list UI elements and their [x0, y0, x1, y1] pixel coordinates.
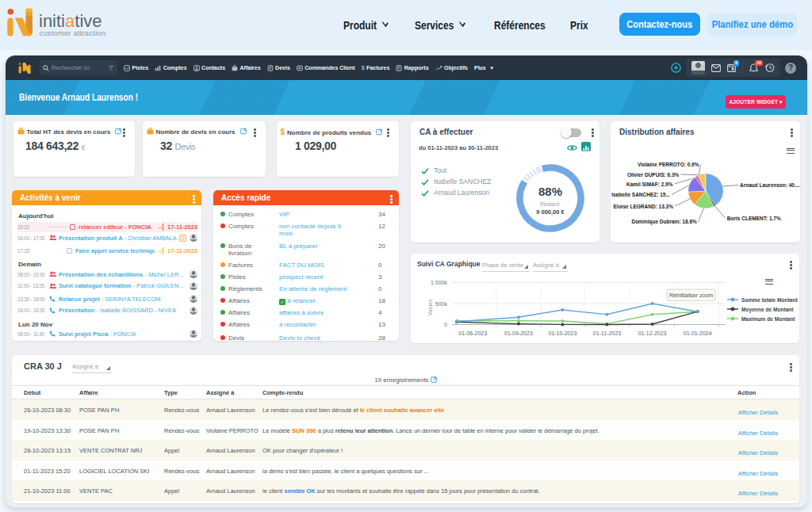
- svg-text:Violaine PERROTO: 0.9%: Violaine PERROTO: 0.9%: [638, 162, 699, 167]
- svg-text:Olivier DUPUIS: 6.3%: Olivier DUPUIS: 6.3%: [627, 172, 680, 178]
- svg-text:Eloise LEGRAND: 13.3%: Eloise LEGRAND: 13.3%: [614, 204, 674, 209]
- svg-text:Dominique Dubrain: 18.6%: Dominique Dubrain: 18.6%: [631, 219, 697, 225]
- svg-text:customer attraction: customer attraction: [40, 29, 106, 37]
- svg-text:Arnaud Laurenson: 40....: Arnaud Laurenson: 40....: [740, 182, 800, 188]
- svg-text:01-06-2023: 01-06-2023: [458, 331, 487, 336]
- svg-text:01-10-2023: 01-10-2023: [548, 331, 576, 336]
- svg-text:88%: 88%: [538, 185, 562, 198]
- svg-text:initiative: initiative: [39, 11, 102, 31]
- svg-text:1 000k: 1 000k: [431, 280, 448, 285]
- svg-text:9 000,00 €: 9 000,00 €: [536, 208, 565, 216]
- svg-text:Réinitialiser zoom: Réinitialiser zoom: [669, 292, 713, 298]
- svg-text:500k: 500k: [435, 301, 448, 307]
- svg-text:01-09-2023: 01-09-2023: [504, 331, 533, 336]
- svg-text:Maximum de Montant: Maximum de Montant: [741, 316, 795, 322]
- svg-text:Restant:: Restant:: [540, 201, 561, 207]
- svg-text:01-12-2023: 01-12-2023: [638, 331, 667, 336]
- svg-text:Moyenne de Montant: Moyenne de Montant: [741, 307, 794, 313]
- svg-text:Isabelle SANCHEZ: 15...: Isabelle SANCHEZ: 15...: [611, 192, 670, 197]
- svg-text:Boris CLEMENT: 1.7%: Boris CLEMENT: 1.7%: [727, 216, 781, 221]
- svg-text:Kamil SIMAF: 2.9%: Kamil SIMAF: 2.9%: [626, 181, 673, 187]
- svg-text:0: 0: [444, 322, 447, 327]
- svg-text:01-01-2024: 01-01-2024: [684, 331, 712, 336]
- svg-text:Values: Values: [427, 299, 433, 315]
- svg-text:01-11-2023: 01-11-2023: [593, 331, 621, 336]
- svg-text:Somme totale Montant: Somme totale Montant: [741, 297, 799, 303]
